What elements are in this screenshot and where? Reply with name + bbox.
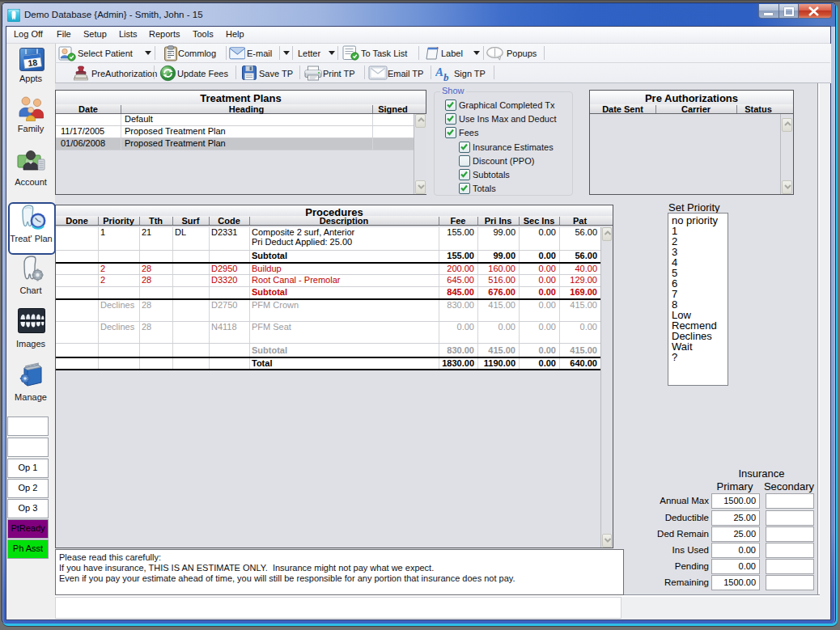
svg-text:b: b bbox=[443, 71, 449, 82]
svg-text:A: A bbox=[435, 66, 443, 78]
svg-text:18: 18 bbox=[28, 57, 38, 68]
